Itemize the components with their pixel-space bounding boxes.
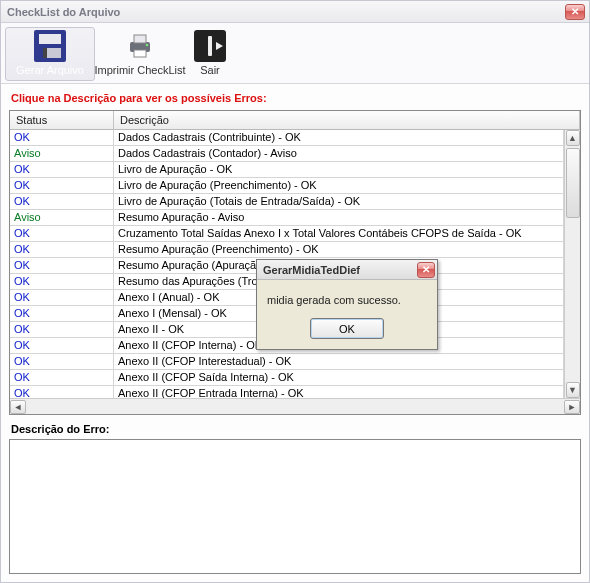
cell-descricao: Anexo II (CFOP Interestadual) - OK xyxy=(114,354,564,369)
table-row[interactable]: OKCruzamento Total Saídas Anexo I x Tota… xyxy=(10,226,564,242)
cell-status: OK xyxy=(10,258,114,273)
table-row[interactable]: OKLivro de Apuração (Totais de Entrada/S… xyxy=(10,194,564,210)
cell-status: OK xyxy=(10,370,114,385)
cell-status: OK xyxy=(10,306,114,321)
cell-descricao: Cruzamento Total Saídas Anexo I x Total … xyxy=(114,226,564,241)
table-row[interactable]: AvisoDados Cadastrais (Contador) - Aviso xyxy=(10,146,564,162)
cell-status: OK xyxy=(10,226,114,241)
table-row[interactable]: OKLivro de Apuração (Preenchimento) - OK xyxy=(10,178,564,194)
cell-descricao: Livro de Apuração (Preenchimento) - OK xyxy=(114,178,564,193)
printer-icon xyxy=(124,30,156,62)
cell-descricao: Resumo Apuração (Preenchimento) - OK xyxy=(114,242,564,257)
cell-status: OK xyxy=(10,354,114,369)
success-dialog: GerarMidiaTedDief ✕ midia gerada com suc… xyxy=(256,259,438,350)
column-descricao[interactable]: Descrição xyxy=(114,111,580,129)
gerar-arquivo-label: Gerar Arquivo xyxy=(16,64,84,76)
cell-status: OK xyxy=(10,194,114,209)
imprimir-checklist-button[interactable]: Imprimir CheckList xyxy=(95,27,185,81)
grid-header: Status Descrição xyxy=(10,111,580,130)
table-row[interactable]: AvisoResumo Apuração - Aviso xyxy=(10,210,564,226)
horizontal-scrollbar[interactable]: ◄ ► xyxy=(10,398,580,414)
dialog-titlebar: GerarMidiaTedDief ✕ xyxy=(257,260,437,280)
scroll-up-button[interactable]: ▲ xyxy=(566,130,580,146)
cell-status: OK xyxy=(10,274,114,289)
cell-status: OK xyxy=(10,338,114,353)
dialog-ok-button[interactable]: OK xyxy=(310,318,384,339)
close-icon: ✕ xyxy=(422,264,430,275)
table-row[interactable]: OKAnexo II (CFOP Interestadual) - OK xyxy=(10,354,564,370)
table-row[interactable]: OKAnexo II (CFOP Entrada Interna) - OK xyxy=(10,386,564,398)
cell-descricao: Livro de Apuração - OK xyxy=(114,162,564,177)
exit-icon xyxy=(194,30,226,62)
window-title: CheckList do Arquivo xyxy=(7,6,120,18)
cell-descricao: Dados Cadastrais (Contribuinte) - OK xyxy=(114,130,564,145)
cell-descricao: Livro de Apuração (Totais de Entrada/Saí… xyxy=(114,194,564,209)
cell-status: OK xyxy=(10,386,114,398)
hint-text: Clique na Descrição para ver os possívei… xyxy=(9,90,581,110)
error-description-box xyxy=(9,439,581,574)
table-row[interactable]: OKDados Cadastrais (Contribuinte) - OK xyxy=(10,130,564,146)
scroll-right-button[interactable]: ► xyxy=(564,400,580,414)
scroll-left-button[interactable]: ◄ xyxy=(10,400,26,414)
cell-status: Aviso xyxy=(10,210,114,225)
table-row[interactable]: OKAnexo II (CFOP Saída Interna) - OK xyxy=(10,370,564,386)
vertical-scrollbar[interactable]: ▲ ▼ xyxy=(564,130,580,398)
window-close-button[interactable]: ✕ xyxy=(565,4,585,20)
cell-status: OK xyxy=(10,290,114,305)
titlebar: CheckList do Arquivo ✕ xyxy=(1,1,589,23)
cell-descricao: Anexo II (CFOP Saída Interna) - OK xyxy=(114,370,564,385)
cell-descricao: Anexo II (CFOP Entrada Interna) - OK xyxy=(114,386,564,398)
cell-status: Aviso xyxy=(10,146,114,161)
cell-descricao: Dados Cadastrais (Contador) - Aviso xyxy=(114,146,564,161)
table-row[interactable]: OKResumo Apuração (Preenchimento) - OK xyxy=(10,242,564,258)
svg-point-3 xyxy=(146,44,149,47)
scroll-down-button[interactable]: ▼ xyxy=(566,382,580,398)
main-window: CheckList do Arquivo ✕ Gerar Arquivo Imp… xyxy=(0,0,590,583)
save-icon xyxy=(34,30,66,62)
cell-status: OK xyxy=(10,322,114,337)
cell-status: OK xyxy=(10,178,114,193)
scroll-thumb[interactable] xyxy=(566,148,580,218)
svg-rect-2 xyxy=(134,50,146,57)
error-description-label: Descrição do Erro: xyxy=(9,415,581,439)
cell-descricao: Resumo Apuração - Aviso xyxy=(114,210,564,225)
dialog-actions: OK xyxy=(257,310,437,349)
dialog-message: midia gerada com sucesso. xyxy=(257,280,437,310)
sair-label: Sair xyxy=(200,64,220,76)
table-row[interactable]: OKLivro de Apuração - OK xyxy=(10,162,564,178)
cell-status: OK xyxy=(10,242,114,257)
close-icon: ✕ xyxy=(571,6,579,17)
sair-button[interactable]: Sair xyxy=(185,27,235,81)
toolbar: Gerar Arquivo Imprimir CheckList Sair xyxy=(1,23,589,84)
dialog-title: GerarMidiaTedDief xyxy=(263,264,360,276)
imprimir-checklist-label: Imprimir CheckList xyxy=(94,64,185,76)
svg-rect-1 xyxy=(134,35,146,43)
column-status[interactable]: Status xyxy=(10,111,114,129)
cell-status: OK xyxy=(10,130,114,145)
cell-status: OK xyxy=(10,162,114,177)
dialog-close-button[interactable]: ✕ xyxy=(417,262,435,278)
gerar-arquivo-button[interactable]: Gerar Arquivo xyxy=(5,27,95,81)
